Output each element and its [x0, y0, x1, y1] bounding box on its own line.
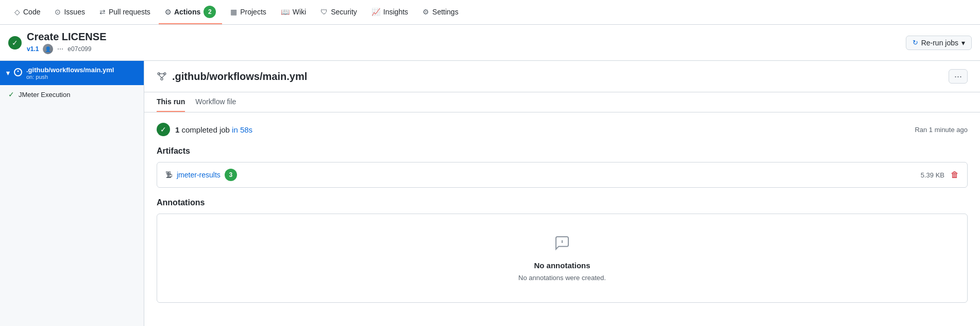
artifact-icon: 🗜	[165, 171, 173, 179]
settings-icon: ⚙	[423, 8, 429, 16]
no-annotations-subtitle: No annotations were created.	[518, 274, 606, 282]
nav-projects[interactable]: ▦ Projects	[224, 0, 273, 24]
run-tag[interactable]: v1.1	[27, 45, 39, 53]
nav-pull-requests[interactable]: ⇄ Pull requests	[93, 0, 157, 24]
artifact-size: 5.39 KB 🗑	[921, 170, 959, 180]
run-status-icon: ✓	[8, 36, 22, 50]
run-title: Create LICENSE	[27, 31, 107, 43]
pull-requests-icon: ⇄	[99, 8, 106, 16]
rerun-chevron-icon: ▾	[961, 39, 965, 47]
completed-count: 1	[175, 125, 179, 134]
ran-time: Ran 1 minute ago	[915, 126, 968, 134]
nav-wiki[interactable]: 📖 Wiki	[275, 0, 312, 24]
completed-duration: in 58s	[232, 125, 252, 134]
artifacts-section-title: Artifacts	[157, 146, 968, 156]
annotations-section-title: Annotations	[157, 198, 968, 207]
sidebar-workflow-name: .github/workflows/main.yml	[26, 66, 114, 74]
actions-badge: 2	[204, 6, 216, 18]
nav-code[interactable]: ◇ Code	[8, 0, 46, 24]
run-info: Create LICENSE v1.1 👤 ⋯ e07c099	[27, 31, 107, 54]
workflow-title: .github/workflows/main.yml	[157, 71, 307, 83]
annotations-box: No annotations No annotations were creat…	[157, 214, 968, 303]
wiki-icon: 📖	[281, 8, 290, 16]
svg-line-3	[159, 75, 162, 78]
insights-icon: 📈	[371, 8, 380, 16]
completed-icon: ✓	[157, 123, 170, 136]
issues-icon: ⊙	[55, 8, 61, 16]
delete-artifact-icon[interactable]: 🗑	[951, 170, 959, 180]
more-options-button[interactable]: ···	[949, 69, 968, 84]
main-tab-content: ✓ 1 completed job in 58s Ran 1 minute ag…	[144, 112, 980, 313]
workflow-gear-icon	[14, 68, 22, 78]
completed-row: ✓ 1 completed job in 58s Ran 1 minute ag…	[157, 123, 968, 136]
workflow-path-title: .github/workflows/main.yml	[172, 71, 307, 83]
rerun-button[interactable]: ↻ Re-run jobs ▾	[906, 36, 972, 50]
main-content: .github/workflows/main.yml ··· This run …	[144, 61, 980, 326]
avatar: 👤	[43, 44, 53, 54]
nav-security[interactable]: 🛡 Security	[314, 0, 363, 24]
main-layout: ▾ .github/workflows/main.yml on: push ✓ …	[0, 61, 980, 326]
sidebar-job-item[interactable]: ✓ JMeter Execution	[0, 85, 144, 104]
actions-icon: ⊙	[165, 8, 171, 16]
artifact-name: jmeter-results	[177, 171, 221, 179]
tab-workflow-file[interactable]: Workflow file	[195, 92, 236, 112]
completed-label: completed job	[182, 125, 232, 134]
sidebar-workflow-trigger: on: push	[26, 74, 114, 80]
artifact-badge: 3	[225, 169, 237, 181]
artifacts-box: 🗜 jmeter-results 3 5.39 KB 🗑	[157, 162, 968, 188]
svg-point-2	[161, 78, 163, 80]
commit-icon: ⋯	[57, 45, 63, 53]
no-annotations-title: No annotations	[534, 261, 590, 270]
sidebar-workflow-item[interactable]: ▾ .github/workflows/main.yml on: push	[0, 61, 144, 85]
tabs: This run Workflow file	[144, 92, 980, 112]
completed-left: ✓ 1 completed job in 58s	[157, 123, 252, 136]
artifact-size-value: 5.39 KB	[921, 171, 944, 179]
top-nav: ◇ Code ⊙ Issues ⇄ Pull requests ⊙ Action…	[0, 0, 980, 25]
code-icon: ◇	[14, 8, 20, 16]
artifact-row: 🗜 jmeter-results 3 5.39 KB 🗑	[157, 162, 967, 187]
workflow-chevron-icon: ▾	[6, 69, 10, 77]
nav-issues[interactable]: ⊙ Issues	[48, 0, 91, 24]
projects-icon: ▦	[230, 8, 237, 16]
nav-settings[interactable]: ⚙ Settings	[416, 0, 465, 24]
no-annotations-icon	[554, 235, 570, 255]
run-header: ✓ Create LICENSE v1.1 👤 ⋯ e07c099 ↻ Re-r…	[0, 25, 980, 61]
run-meta: v1.1 👤 ⋯ e07c099	[27, 44, 107, 54]
run-header-left: ✓ Create LICENSE v1.1 👤 ⋯ e07c099	[8, 31, 107, 54]
job-success-icon: ✓	[8, 90, 14, 99]
sidebar-workflow-text: .github/workflows/main.yml on: push	[26, 66, 114, 80]
tab-this-run[interactable]: This run	[157, 92, 185, 112]
svg-line-4	[162, 75, 165, 78]
workflow-title-icon	[157, 71, 167, 82]
artifact-left[interactable]: 🗜 jmeter-results 3	[165, 169, 237, 181]
completed-text: 1 completed job in 58s	[175, 125, 252, 134]
nav-insights[interactable]: 📈 Insights	[365, 0, 414, 24]
security-icon: 🛡	[320, 8, 328, 16]
sidebar: ▾ .github/workflows/main.yml on: push ✓ …	[0, 61, 144, 326]
sidebar-job-name: JMeter Execution	[19, 91, 70, 99]
main-workflow-header: .github/workflows/main.yml ···	[144, 61, 980, 92]
commit-hash: e07c099	[67, 45, 91, 53]
nav-actions[interactable]: ⊙ Actions 2	[159, 0, 222, 24]
rerun-icon: ↻	[913, 39, 918, 46]
